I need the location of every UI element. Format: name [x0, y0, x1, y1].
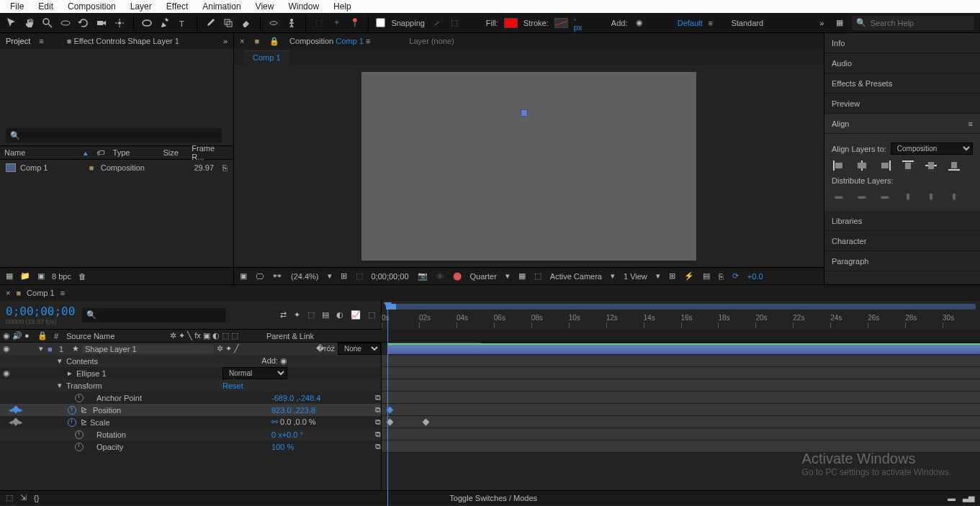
eraser-tool-icon[interactable] [240, 17, 253, 30]
orbit-tool-icon[interactable] [60, 17, 72, 30]
menu-window[interactable]: Window [281, 0, 326, 13]
anchor-value[interactable]: -689.0 ,-248.4 [271, 394, 372, 402]
menu-effect[interactable]: Effect [159, 0, 195, 13]
rotation-row[interactable]: Rotation 0 x+0.0 ° ⧉ [0, 428, 381, 441]
flowchart-icon[interactable]: ⎘ [719, 272, 724, 281]
viewer-canvas[interactable] [234, 65, 824, 267]
position-row[interactable]: ◂▸ ⊵ Position 923.0 ,223.8 ⧉ [0, 404, 381, 416]
graph-icon[interactable]: 📈 [351, 310, 361, 320]
more-icon[interactable]: » [223, 37, 228, 45]
show-snapshot-icon[interactable]: 👁 [436, 272, 444, 281]
comp-tab-name[interactable]: Comp 1 [336, 37, 364, 45]
shy-icon[interactable]: ⬚ [307, 310, 315, 320]
project-search[interactable]: 🔍 [6, 128, 222, 143]
align-hcenter-icon[interactable] [855, 159, 869, 172]
align-to-dropdown[interactable]: Composition [891, 143, 973, 155]
project-item[interactable]: Comp 1 ■ Composition 29.97 ⎘ [0, 160, 233, 176]
project-tab[interactable]: Project [6, 37, 30, 45]
transform-row[interactable]: ▾ Transform Reset [0, 379, 381, 392]
layer-tab[interactable]: Layer (none) [409, 37, 454, 45]
pixel-icon[interactable]: ⊞ [669, 271, 675, 281]
panel-effects-presets[interactable]: Effects & Presets [824, 73, 980, 94]
search-help-input[interactable] [871, 19, 970, 27]
puppet-tool-icon[interactable] [286, 17, 298, 30]
menu-help[interactable]: Help [326, 0, 359, 13]
expression-icon[interactable]: ⧉ [375, 430, 381, 439]
col-parent[interactable]: Parent & Link [266, 332, 338, 340]
roi-icon[interactable]: ⬚ [356, 271, 363, 281]
stroke-swatch[interactable] [554, 18, 568, 28]
align-bottom-icon[interactable] [947, 159, 961, 172]
parent-dropdown[interactable]: None [338, 343, 381, 355]
camera-tool-icon[interactable] [96, 17, 108, 30]
menu-icon[interactable]: ≡ [968, 119, 973, 128]
time-navigator[interactable] [386, 304, 976, 310]
brainstorm-icon[interactable]: ⬚ [368, 310, 375, 320]
3d-icon[interactable]: ⬚ [534, 271, 541, 281]
timeline-icon[interactable]: ▤ [703, 271, 710, 281]
effect-controls-tab[interactable]: Effect Controls Shape Layer 1 [73, 37, 179, 45]
layer-duration-bar[interactable] [387, 343, 980, 354]
stopwatch-icon[interactable] [75, 394, 84, 402]
col-name[interactable]: Name [0, 148, 79, 157]
rectangle-tool-icon[interactable] [141, 17, 153, 30]
flowchart-icon[interactable]: ⎘ [222, 163, 228, 172]
sort-icon[interactable]: ▴ [79, 148, 92, 158]
stroke-width[interactable]: - px [574, 14, 586, 32]
clone-tool-icon[interactable] [222, 17, 235, 30]
label-icon[interactable]: 🏷 [92, 148, 109, 157]
panel-paragraph[interactable]: Paragraph [824, 251, 980, 271]
layer-name[interactable]: Shape Layer 1 [82, 345, 214, 353]
draft3d-icon[interactable]: ✦ [294, 310, 300, 320]
stopwatch-icon[interactable] [75, 443, 84, 451]
mesh-icon[interactable]: ⬚ [313, 17, 325, 30]
always-preview-icon[interactable]: ▣ [240, 271, 247, 281]
fast-preview-icon[interactable]: ⚡ [684, 271, 694, 281]
timeline-tab[interactable]: Comp 1 [27, 289, 55, 297]
comp-mini-flow-icon[interactable]: ⇄ [280, 310, 287, 320]
new-folder-icon[interactable]: 📁 [20, 271, 30, 281]
col-size[interactable]: Size [158, 148, 187, 157]
close-icon[interactable]: × [6, 289, 10, 297]
text-tool-icon[interactable]: T [177, 17, 189, 30]
menu-icon[interactable]: ≡ [60, 289, 65, 297]
add-menu-icon[interactable]: ◉ [633, 17, 645, 30]
trash-icon[interactable]: 🗑 [78, 272, 86, 281]
scale-row[interactable]: ◂▸ ⊵ Scale ⚯ 0.0 ,0.0 % ⧉ [0, 416, 381, 428]
interpret-icon[interactable]: ▦ [6, 271, 13, 281]
anchor-point-row[interactable]: Anchor Point -689.0 ,-248.4 ⧉ [0, 392, 381, 404]
selection-tool-icon[interactable] [6, 17, 18, 30]
zoom-out-icon[interactable]: ▬ [948, 494, 956, 502]
toggle-switches-button[interactable]: Toggle Switches / Modes [449, 494, 537, 502]
transparency-icon[interactable]: ▦ [518, 271, 526, 281]
snap-box-icon[interactable]: ⬚ [449, 17, 461, 30]
collapse-icon[interactable]: ⇲ [20, 493, 27, 502]
workspace-dropdown[interactable]: Default [678, 19, 703, 27]
snap-opt-icon[interactable]: ⟋ [431, 17, 443, 30]
hand-tool-icon[interactable] [24, 17, 36, 30]
timeline-search[interactable]: 🔍 [82, 308, 226, 322]
motion-blur-icon[interactable]: ◐ [336, 310, 343, 320]
zoom-tool-icon[interactable] [42, 17, 54, 30]
keyframe[interactable] [423, 419, 430, 426]
menu-animation[interactable]: Animation [195, 0, 248, 13]
more-icon[interactable]: » [816, 17, 828, 30]
layout-dropdown[interactable]: Standard [731, 19, 763, 27]
playhead[interactable] [387, 302, 388, 506]
align-top-icon[interactable] [901, 159, 915, 172]
blend-mode-dropdown[interactable]: Normal [222, 367, 287, 379]
expression-icon[interactable]: ⧉ [375, 393, 381, 402]
contents-row[interactable]: ▾ Contents Add: ◉ [0, 355, 381, 367]
render-icon[interactable]: ⬚ [6, 493, 13, 502]
panel-preview[interactable]: Preview [824, 94, 980, 114]
time-ruler[interactable]: 0s02s 04s06s 08s10s 12s14s 16s18s 20s22s… [382, 301, 980, 330]
menu-composition[interactable]: Composition [60, 0, 123, 13]
brush-tool-icon[interactable] [204, 17, 217, 30]
panel-align[interactable]: Align≡ [824, 114, 980, 134]
bones-icon[interactable]: ✦ [331, 17, 343, 30]
resolution-dropdown[interactable]: Quarter [470, 272, 497, 281]
panel-icon[interactable]: ▦ [834, 17, 846, 30]
panel-info[interactable]: Info [824, 33, 980, 53]
new-comp-icon[interactable]: ▣ [37, 271, 45, 281]
menu-edit[interactable]: Edit [31, 0, 60, 13]
